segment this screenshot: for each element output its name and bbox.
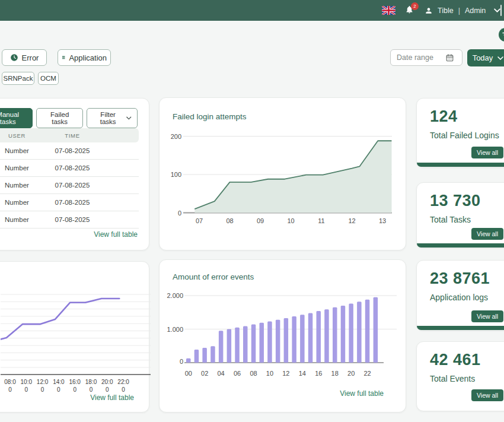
svg-text:200: 200 [171,133,181,140]
tasks-line-chart-card: 08:0010:0012:0014:0016:0018:0020:0022:00… [0,261,149,413]
cell-time: 07-08-2025 [51,216,94,223]
svg-text:10: 10 [266,370,273,377]
table-row[interactable]: Number 07-08-2025 [0,194,139,211]
notification-badge: 2 [411,2,419,10]
svg-text:00: 00 [185,370,192,377]
error-filter-button[interactable]: Error [2,49,47,66]
view-all-button[interactable]: View all [471,389,503,401]
application-button-label: Application [69,53,107,62]
filter-icon [502,32,504,38]
uk-flag-icon[interactable] [382,6,395,15]
stat-card-total-events: 42 461 Total Events View all [416,341,504,411]
svg-text:0: 0 [57,386,60,393]
user-menu[interactable]: Tible | Admin [425,0,500,21]
svg-text:0: 0 [25,386,28,393]
svg-text:08:0: 08:0 [4,379,16,385]
stat-card-application-logs: 23 8761 Application logs View all [416,260,504,331]
cell-time: 07-08-2025 [51,199,94,206]
view-all-button[interactable]: View all [471,228,503,240]
tab-filter-tasks[interactable]: Filter tasks [87,108,138,128]
date-range-field[interactable] [390,49,462,66]
tasks-line-chart: 08:0010:0012:0014:0016:0018:0020:0022:00 [1,285,151,398]
svg-text:04: 04 [218,370,225,377]
chevron-down-icon [494,8,500,12]
person-icon [425,7,433,15]
svg-text:08: 08 [250,370,257,377]
tab-failed-tasks[interactable]: Failed tasks [36,108,82,128]
view-full-table-link[interactable]: View full table [340,389,384,398]
table-row[interactable]: Number 07-08-2025 [0,177,139,194]
stat-value: 13 730 [430,192,481,210]
svg-text:12:0: 12:0 [37,379,49,385]
svg-text:13: 13 [379,217,386,224]
svg-text:16:0: 16:0 [69,379,81,385]
notifications-button[interactable]: 2 [405,4,419,17]
svg-text:18:0: 18:0 [85,379,97,385]
header-divider [500,5,502,16]
svg-text:11: 11 [318,217,324,224]
failed-login-card: Failed login attempts 010020007080910111… [159,97,406,250]
svg-text:0: 0 [122,386,125,393]
tasks-table: USER TIME Number 07-08-2025 Number 07-08… [0,128,139,229]
error-events-card: Amount of error events 01.0002.000000204… [159,259,406,413]
chevron-down-icon [126,116,132,120]
svg-text:0: 0 [8,386,12,393]
svg-text:12: 12 [348,217,355,224]
view-full-table-link[interactable]: View full table [90,394,134,402]
svg-text:22: 22 [363,370,371,377]
tasks-card: Manual tasks Failed tasks Filter tasks U… [0,98,149,250]
card-accent-bar [417,326,504,330]
svg-text:0: 0 [90,386,93,393]
svg-text:14: 14 [299,370,306,377]
svg-text:2.000: 2.000 [167,292,183,299]
cell-user: Number [0,164,51,172]
chart-title: Failed login attempts [173,112,247,121]
table-row[interactable]: Number 07-08-2025 [0,142,139,160]
filter-circle-button[interactable] [499,28,504,42]
user-separator: | [458,7,460,15]
card-accent-bar [417,243,504,248]
today-dropdown-button[interactable]: Today [467,49,504,66]
today-button-label: Today [473,53,493,62]
date-range-input[interactable] [395,53,445,62]
view-full-table-link[interactable]: View full table [94,230,138,239]
table-row[interactable]: Number 07-08-2025 [0,211,139,229]
svg-text:0: 0 [180,358,183,365]
error-events-bar-chart: 01.0002.000000204060810121416182022 [160,287,403,383]
svg-text:0: 0 [178,210,181,217]
srnpack-button-label: SRNPack [4,75,33,82]
view-all-button[interactable]: View all [471,310,503,322]
svg-text:07: 07 [196,217,203,224]
svg-text:0: 0 [106,386,109,393]
card-accent-bar [417,163,504,167]
svg-text:18: 18 [331,370,339,377]
ocm-filter-button[interactable]: OCM [38,72,59,85]
column-header-user: USER [0,132,51,139]
svg-text:0: 0 [73,386,76,393]
stat-label: Total Failed Logins [430,131,499,140]
svg-text:20:0: 20:0 [101,379,113,385]
stat-label: Application logs [430,293,488,302]
stat-card-total-tasks: 13 730 Total Tasks View all [416,182,504,248]
tab-manual-tasks[interactable]: Manual tasks [0,108,33,128]
svg-text:20: 20 [347,370,355,377]
view-all-button[interactable]: View all [471,147,503,158]
svg-text:08: 08 [226,217,233,224]
stack-icon [62,53,65,62]
table-header: USER TIME [0,128,139,142]
chart-title: Amount of error events [173,272,254,281]
app-header: 2 Tible | Admin [0,0,504,21]
svg-text:02: 02 [201,370,208,377]
table-row[interactable]: Number 07-08-2025 [0,160,139,177]
cell-user: Number [0,216,51,223]
application-filter-button[interactable]: Application [58,49,111,66]
user-role: Admin [465,7,486,15]
column-header-time: TIME [51,132,94,139]
svg-text:16: 16 [315,370,322,377]
cell-user: Number [0,147,51,154]
svg-text:09: 09 [257,217,264,224]
svg-text:10:0: 10:0 [21,379,33,385]
error-button-label: Error [22,53,39,62]
srnpack-filter-button[interactable]: SRNPack [2,72,34,85]
ocm-button-label: OCM [40,75,56,82]
